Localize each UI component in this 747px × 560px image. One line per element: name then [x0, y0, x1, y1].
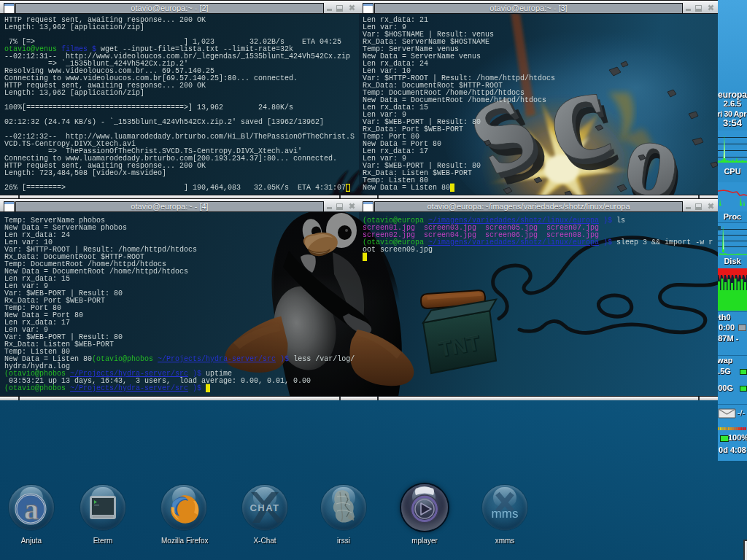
- svg-text:mms: mms: [492, 507, 519, 521]
- svg-text:a: a: [24, 493, 39, 526]
- svg-text:CHAT: CHAT: [249, 502, 279, 513]
